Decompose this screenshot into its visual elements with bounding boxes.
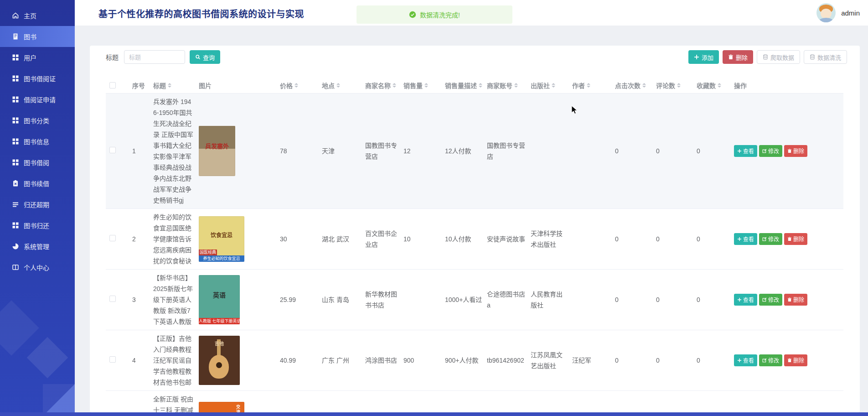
sidebar-item-book-info[interactable]: 图书信息: [0, 131, 75, 152]
row-delete-button[interactable]: 删除: [784, 233, 807, 245]
sort-descending-icon[interactable]: [718, 86, 721, 89]
sort-carets[interactable]: [393, 81, 396, 89]
sidebar-item-books[interactable]: 图书: [0, 26, 75, 47]
sidebar-item-personal-center[interactable]: 个人中心: [0, 257, 75, 278]
sort-ascending-icon[interactable]: [393, 81, 396, 85]
column-header-sales_desc[interactable]: 销售量描述: [441, 78, 483, 93]
row-price-cell: 40.99: [276, 330, 318, 390]
sort-ascending-icon[interactable]: [642, 81, 646, 85]
sort-ascending-icon[interactable]: [424, 81, 428, 85]
sort-ascending-icon[interactable]: [168, 81, 171, 85]
sort-ascending-icon[interactable]: [552, 81, 555, 85]
column-header-publisher[interactable]: 出版社: [527, 78, 568, 93]
sort-carets[interactable]: [587, 81, 590, 89]
select-all-checkbox[interactable]: [109, 82, 116, 88]
sort-descending-icon[interactable]: [294, 86, 298, 89]
column-header-favorites[interactable]: 收藏数: [693, 78, 730, 93]
view-button[interactable]: 查看: [734, 233, 757, 245]
sort-carets[interactable]: [294, 81, 298, 89]
sort-descending-icon[interactable]: [514, 86, 518, 89]
sort-ascending-icon[interactable]: [479, 81, 482, 85]
search-input[interactable]: [124, 50, 185, 64]
sort-carets[interactable]: [424, 81, 428, 89]
sort-carets[interactable]: [552, 81, 555, 89]
sort-carets[interactable]: [677, 81, 681, 89]
sort-descending-icon[interactable]: [552, 86, 555, 89]
sidebar-item-book-return[interactable]: 图书归还: [0, 215, 75, 236]
row-merchant-cell: 百文图书企业店: [362, 208, 400, 269]
sort-ascending-icon[interactable]: [718, 81, 721, 85]
sort-ascending-icon[interactable]: [336, 81, 340, 85]
sort-descending-icon[interactable]: [168, 86, 171, 89]
crawl-data-button[interactable]: 爬取数据: [757, 50, 800, 64]
edit-button[interactable]: 修改: [759, 233, 782, 245]
sort-descending-icon[interactable]: [424, 86, 428, 89]
sort-ascending-icon[interactable]: [677, 81, 681, 85]
sidebar-item-book-categories[interactable]: 图书分类: [0, 110, 75, 131]
column-header-sales[interactable]: 销售量: [400, 78, 441, 93]
sort-carets[interactable]: [336, 81, 340, 89]
row-checkbox[interactable]: [109, 147, 116, 153]
query-button[interactable]: 查询: [190, 50, 220, 64]
sidebar-item-book-renew[interactable]: 图书续借: [0, 173, 75, 194]
sort-carets[interactable]: [479, 81, 482, 89]
view-button[interactable]: 查看: [734, 145, 757, 157]
add-button[interactable]: 添加: [688, 50, 719, 64]
column-header-author[interactable]: 作者: [568, 78, 611, 93]
cover-badge: 国医经典: [199, 250, 217, 255]
edit-button-label: 修改: [768, 235, 779, 243]
row-actions-cell: 查看修改删除: [730, 330, 843, 390]
sidebar-item-book-borrow[interactable]: 图书借阅: [0, 152, 75, 173]
view-button[interactable]: 查看: [734, 294, 757, 306]
sort-ascending-icon[interactable]: [514, 81, 518, 85]
column-header-location[interactable]: 地点: [318, 78, 362, 93]
sort-descending-icon[interactable]: [587, 86, 590, 89]
column-header-cell: 商家账号: [487, 81, 526, 90]
row-select-cell: [106, 390, 129, 412]
column-header-merchant[interactable]: 商家名称: [362, 78, 400, 93]
row-checkbox[interactable]: [109, 296, 116, 302]
sort-descending-icon[interactable]: [479, 86, 482, 89]
sidebar-item-card-applications[interactable]: 借阅证申请: [0, 89, 75, 110]
clean-data-button[interactable]: 数据清洗: [804, 50, 847, 64]
sidebar-item-library-cards[interactable]: 图书借阅证: [0, 68, 75, 89]
column-header-comments[interactable]: 评论数: [652, 78, 693, 93]
user-menu[interactable]: admin: [816, 3, 860, 22]
sidebar-item-users[interactable]: 用户: [0, 47, 75, 68]
edit-button[interactable]: 修改: [759, 294, 782, 306]
column-header-title[interactable]: 标题: [150, 78, 195, 93]
sidebar-item-home[interactable]: 主页: [0, 5, 75, 26]
sidebar-item-system-management[interactable]: 系统管理: [0, 236, 75, 257]
column-header-account[interactable]: 商家账号: [483, 78, 527, 93]
sort-ascending-icon[interactable]: [294, 81, 298, 85]
grid-icon: [12, 96, 19, 103]
sidebar-item-overdue-returns[interactable]: 归还超期: [0, 194, 75, 215]
column-header-cell: 操作: [734, 81, 842, 90]
sort-carets[interactable]: [514, 81, 518, 89]
column-header-clicks[interactable]: 点击次数: [611, 78, 652, 93]
sort-descending-icon[interactable]: [336, 86, 340, 89]
sort-ascending-icon[interactable]: [587, 81, 590, 85]
home-icon: [12, 12, 19, 19]
column-header-cell: [109, 82, 128, 88]
row-checkbox[interactable]: [109, 356, 116, 363]
row-delete-button[interactable]: 删除: [784, 145, 807, 157]
sort-carets[interactable]: [642, 81, 646, 89]
row-delete-button[interactable]: 删除: [784, 294, 807, 306]
avatar[interactable]: [816, 3, 836, 22]
delete-button[interactable]: 删除: [723, 50, 753, 64]
sort-descending-icon[interactable]: [677, 86, 681, 89]
row-checkbox[interactable]: [109, 235, 116, 241]
trash-icon: [787, 297, 792, 302]
column-header-price[interactable]: 价格: [276, 78, 318, 93]
row-delete-button[interactable]: 删除: [784, 354, 807, 366]
edit-button[interactable]: 修改: [759, 354, 782, 366]
sort-descending-icon[interactable]: [393, 86, 396, 89]
panel-icon: [12, 264, 19, 271]
view-button[interactable]: 查看: [734, 354, 757, 366]
sort-descending-icon[interactable]: [642, 86, 646, 89]
edit-button[interactable]: 修改: [759, 145, 782, 157]
sort-carets[interactable]: [168, 81, 171, 89]
sort-carets[interactable]: [718, 81, 721, 89]
grid-icon: [12, 138, 19, 145]
